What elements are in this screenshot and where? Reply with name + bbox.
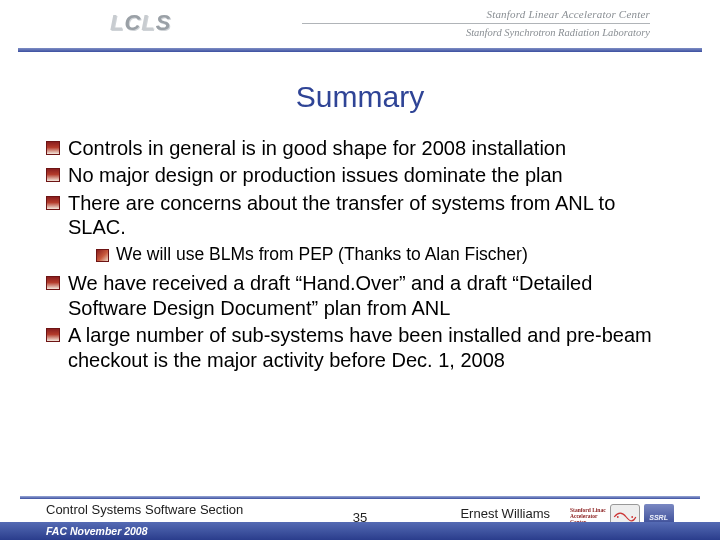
footer-author: Ernest Williams — [460, 506, 550, 521]
sub-bullet-text: We will use BLMs from PEP (Thanks to Ala… — [116, 244, 528, 264]
bullet-item: We have received a draft “Hand.Over” and… — [46, 271, 674, 320]
bullet-list: Controls in general is in good shape for… — [46, 136, 674, 372]
sub-bullet-item: We will use BLMs from PEP (Thanks to Ala… — [96, 244, 674, 266]
bullet-item: Controls in general is in good shape for… — [46, 136, 674, 160]
bullet-item: There are concerns about the transfer of… — [46, 191, 674, 266]
org-top: Stanford Linear Accelerator Center — [302, 8, 650, 20]
slide-title: Summary — [0, 80, 720, 114]
footer-section: Control Systems Software Section — [46, 502, 243, 517]
slide-footer: Control Systems Software Section 35 Erne… — [0, 496, 720, 540]
header-rule — [18, 48, 702, 52]
lcls-logo-text: LCLS — [110, 10, 171, 36]
bullet-text: We have received a draft “Hand.Over” and… — [68, 272, 592, 318]
bullet-text: Controls in general is in good shape for… — [68, 137, 566, 159]
bullet-text: A large number of sub-systems have been … — [68, 324, 652, 370]
sub-bullet-list: We will use BLMs from PEP (Thanks to Ala… — [96, 244, 674, 266]
org-bottom: Stanford Synchrotron Radiation Laborator… — [302, 27, 650, 38]
svg-point-1 — [631, 516, 633, 518]
bullet-text: There are concerns about the transfer of… — [68, 192, 615, 238]
stanford-header: Stanford Linear Accelerator Center Stanf… — [302, 8, 650, 38]
footer-rule — [20, 496, 700, 499]
svg-point-0 — [617, 516, 619, 518]
header-divider — [302, 23, 650, 24]
bullet-item: A large number of sub-systems have been … — [46, 323, 674, 372]
slide-body: Controls in general is in good shape for… — [46, 136, 674, 372]
lcls-logo: LCLS — [110, 10, 171, 36]
footer-date: FAC November 2008 — [46, 525, 148, 537]
slide-header: LCLS Stanford Linear Accelerator Center … — [0, 0, 720, 54]
bullet-item: No major design or production issues dom… — [46, 163, 674, 187]
bullet-text: No major design or production issues dom… — [68, 164, 563, 186]
slide: LCLS Stanford Linear Accelerator Center … — [0, 0, 720, 540]
